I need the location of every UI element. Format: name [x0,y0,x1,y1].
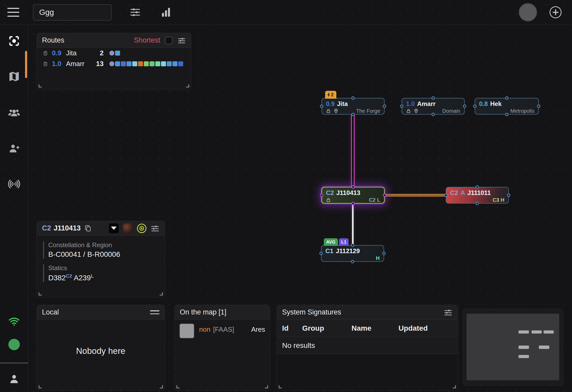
node-handle[interactable] [432,113,435,116]
node-handle[interactable] [400,105,403,108]
sidebar-item-maps[interactable] [0,65,28,88]
sidebar-item-profile[interactable] [0,366,28,392]
node-handle[interactable] [505,96,509,100]
system-info-header[interactable]: C2 J110413 [37,221,165,236]
faction-avatar[interactable] [123,223,133,233]
resize-handle[interactable] [39,292,42,295]
signatures-header[interactable]: System Signatures [277,305,458,320]
resize-handle[interactable] [39,385,42,388]
connection-jita-j110413[interactable] [351,115,355,187]
info-settings-icon[interactable] [151,224,159,233]
column-id[interactable]: Id [277,324,302,332]
node-handle[interactable] [473,105,476,108]
node-handle[interactable] [382,252,386,255]
copy-icon[interactable] [84,225,92,232]
delete-route-icon[interactable] [43,61,48,67]
resize-handle[interactable] [186,84,189,87]
routes-settings-icon[interactable] [177,36,186,45]
bar-chart-icon [160,6,172,18]
pilot-row[interactable]: non [FAAS] Ares [175,320,270,338]
routes-header[interactable]: Routes Shortest [37,33,191,48]
connection-status[interactable] [0,310,28,333]
route-hop [115,51,120,56]
node-handle[interactable] [507,194,510,197]
system-node-amarr[interactable]: 1.0 Amarr Domain [402,98,465,115]
on-the-map-header[interactable]: On the map [1] [175,305,270,320]
node-handle[interactable] [476,185,479,189]
triangle-flag-button[interactable] [109,223,119,233]
node-handle[interactable] [383,105,386,108]
node-handle[interactable] [320,105,323,108]
resize-handle[interactable] [160,292,163,295]
add-button[interactable] [550,6,562,18]
route-hops [109,51,120,56]
node-handle[interactable] [319,252,323,255]
connection-j110413-j112129[interactable] [352,204,354,245]
sidebar-item-tracking[interactable] [0,173,28,195]
pilot-name: non [199,325,210,334]
column-updated[interactable]: Updated [398,324,428,332]
activity-stats-button[interactable] [159,5,173,20]
node-handle[interactable] [351,96,355,100]
signatures-column-headers[interactable]: Id Group Name Updated [277,320,458,337]
system-node-j111011[interactable]: C2 A J111011 C3 H [446,187,509,204]
online-status[interactable] [0,333,28,356]
minimap-panel[interactable] [463,309,563,386]
column-group[interactable]: Group [302,324,351,332]
node-handle[interactable] [351,202,355,205]
route-row[interactable]: 0.9 Jita 2 [37,48,191,58]
node-handle[interactable] [320,194,323,197]
resize-handle[interactable] [279,385,282,388]
target-ring-icon[interactable] [137,224,146,233]
node-handle[interactable] [351,243,354,247]
node-handle[interactable] [505,113,509,116]
node-handle[interactable] [537,105,540,108]
signatures-settings-icon[interactable] [444,308,452,317]
system-name: Amarr [417,100,436,108]
node-handle[interactable] [476,202,479,205]
shortest-checkbox[interactable] [165,37,173,44]
system-name: J110413 [336,189,360,197]
pilot-ship: Ares [251,325,265,334]
column-name[interactable]: Name [351,324,398,332]
minimap-viewport[interactable] [467,314,559,380]
user-avatar[interactable] [519,3,537,21]
menu-icon[interactable] [7,8,19,17]
sidebar-item-follow[interactable] [0,29,28,52]
route-row[interactable]: 1.0 Amarr 13 [37,58,191,69]
local-header[interactable]: Local [37,305,165,320]
node-handle[interactable] [432,96,435,100]
route-hop [127,61,132,66]
node-handle[interactable] [463,105,466,108]
resize-handle[interactable] [160,385,163,388]
sidebar-item-add-character[interactable] [0,137,28,160]
map-filter-button[interactable] [128,5,142,20]
resize-handle[interactable] [39,84,42,87]
node-handle[interactable] [444,194,448,197]
broadcast-icon [8,177,21,191]
signatures-title: System Signatures [282,308,341,316]
system-node-jita[interactable]: 2 0.9 Jita The Forge [321,98,385,115]
node-handle[interactable] [383,194,386,197]
connection-j110413-j111011[interactable] [384,194,446,197]
map-name-select[interactable]: Ggg [33,4,112,21]
sidebar-divider [0,363,28,363]
resize-handle[interactable] [453,385,456,388]
static-2-range: L [91,273,94,279]
sidebar-item-characters[interactable] [0,102,28,124]
node-handle[interactable] [351,185,355,189]
system-node-hek[interactable]: 0.8 Hek Metropolis [475,98,539,115]
route-hop [115,61,120,66]
resize-handle[interactable] [176,385,180,388]
node-handle[interactable] [351,113,355,116]
local-menu-icon[interactable] [150,310,159,314]
delete-route-icon[interactable] [43,50,48,56]
minimap-node [519,330,529,334]
sidebar [0,25,28,392]
system-node-j112129[interactable]: AVG L1 C1 J112129 H [321,245,384,262]
node-handle[interactable] [351,260,354,263]
resize-handle[interactable] [265,385,268,388]
route-hop [109,61,114,66]
system-name: Hek [490,100,502,108]
system-node-j110413-selected[interactable]: C2 J110413 C2 L [321,187,385,204]
